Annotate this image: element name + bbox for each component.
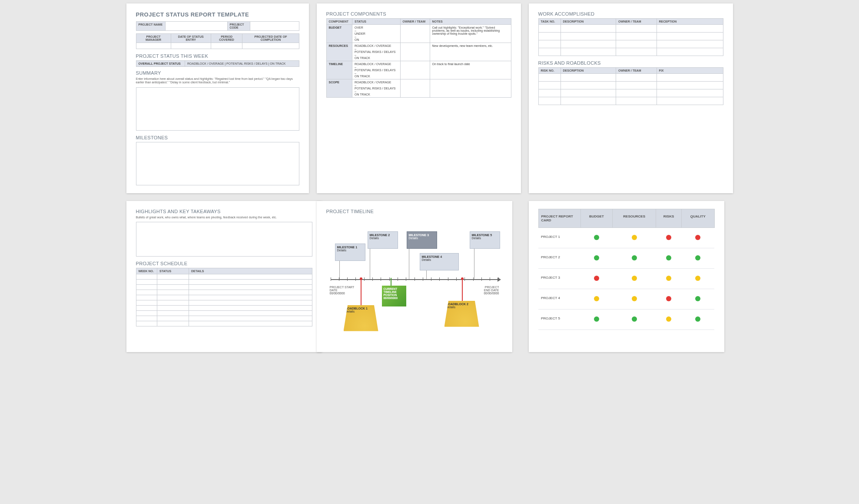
cell[interactable]: [538, 82, 561, 89]
cell[interactable]: [538, 33, 561, 40]
tick-icon: [347, 277, 348, 281]
cell[interactable]: [136, 285, 157, 290]
cell[interactable]: [561, 82, 616, 89]
cell[interactable]: [157, 311, 189, 316]
cell[interactable]: [136, 274, 157, 280]
status-cell: [681, 227, 714, 248]
cell[interactable]: [538, 89, 561, 97]
cell[interactable]: [538, 74, 561, 82]
status-dot-icon: [666, 276, 671, 281]
cell[interactable]: [561, 89, 616, 97]
cell[interactable]: [561, 25, 616, 33]
cell[interactable]: [657, 82, 723, 89]
info-row-table: PROJECT MANAGER DATE OF STATUS ENTRY PER…: [136, 33, 299, 49]
cell[interactable]: [189, 321, 312, 326]
timeline-heading: PROJECT TIMELINE: [326, 209, 503, 214]
cell[interactable]: [616, 89, 657, 97]
cell[interactable]: [538, 48, 561, 56]
cell[interactable]: [189, 306, 312, 311]
page-3: WORK ACCOMPLISHED TASK NO. DESCRIPTION O…: [529, 3, 733, 193]
component-owner[interactable]: [400, 79, 430, 98]
milestones-box[interactable]: [136, 142, 299, 185]
cell[interactable]: [561, 48, 616, 56]
date-entry-cell[interactable]: [171, 43, 211, 49]
summary-box[interactable]: [136, 87, 299, 131]
cell[interactable]: [136, 311, 157, 316]
date-entry-label: DATE OF STATUS ENTRY: [171, 34, 211, 43]
cell[interactable]: [189, 280, 312, 285]
tick-icon: [389, 277, 390, 281]
cell[interactable]: [136, 300, 157, 306]
cell[interactable]: [561, 33, 616, 40]
cell[interactable]: [189, 295, 312, 300]
rb1-detail: Details: [345, 310, 377, 313]
cell[interactable]: [561, 40, 616, 48]
cell[interactable]: [189, 274, 312, 280]
cell[interactable]: [657, 97, 723, 105]
cell[interactable]: [616, 97, 657, 105]
rb2-title: ROADBLOCK 2: [446, 303, 478, 306]
cell[interactable]: [657, 74, 723, 82]
cell[interactable]: [538, 25, 561, 33]
cell[interactable]: [136, 295, 157, 300]
cell[interactable]: [657, 33, 723, 40]
status-week-heading: PROJECT STATUS THIS WEEK: [136, 53, 299, 59]
cell[interactable]: [189, 316, 312, 321]
cell[interactable]: [657, 48, 723, 56]
cell[interactable]: [157, 280, 189, 285]
project-name-cell[interactable]: [166, 22, 228, 31]
cell[interactable]: [157, 274, 189, 280]
highlights-box[interactable]: [136, 222, 312, 257]
cell[interactable]: [157, 316, 189, 321]
cell[interactable]: [136, 321, 157, 326]
cell[interactable]: [189, 290, 312, 295]
cell[interactable]: [189, 300, 312, 306]
cell[interactable]: [189, 285, 312, 290]
status-cell: [656, 289, 682, 309]
cell[interactable]: [616, 25, 657, 33]
cell[interactable]: [136, 306, 157, 311]
component-owner[interactable]: [400, 25, 430, 43]
component-notes: [430, 79, 511, 98]
cell[interactable]: [157, 321, 189, 326]
cell[interactable]: [616, 40, 657, 48]
project-code-cell[interactable]: [250, 22, 299, 31]
cell[interactable]: [561, 74, 616, 82]
status-cell: [580, 248, 612, 268]
page-1: PROJECT STATUS REPORT TEMPLATE PROJECT N…: [126, 3, 309, 193]
cur-l3: POSITION: [384, 293, 405, 296]
tick-icon: [423, 277, 423, 281]
cell[interactable]: [616, 33, 657, 40]
cell[interactable]: [561, 97, 616, 105]
cell[interactable]: [616, 48, 657, 56]
cell[interactable]: [657, 25, 723, 33]
cell[interactable]: [657, 89, 723, 97]
tick-icon: [331, 277, 331, 281]
cur-l2: TIMELINE: [384, 290, 405, 293]
cell[interactable]: [616, 74, 657, 82]
cell[interactable]: [538, 40, 561, 48]
cell[interactable]: [616, 82, 657, 89]
table-row: [538, 97, 723, 105]
highlights-heading: HIGHLIGHTS AND KEY TAKEAWAYS: [136, 209, 312, 214]
cell[interactable]: [157, 290, 189, 295]
cell[interactable]: [157, 295, 189, 300]
cell[interactable]: [136, 280, 157, 285]
cell[interactable]: [657, 40, 723, 48]
cell[interactable]: [538, 97, 561, 105]
status-cell: [580, 289, 612, 309]
cell[interactable]: [136, 316, 157, 321]
cell[interactable]: [189, 311, 312, 316]
period-cell[interactable]: [211, 43, 242, 49]
component-owner[interactable]: [400, 61, 430, 79]
component-status: ROADBLOCK / OVERAGE – POTENTIAL RISKS / …: [352, 61, 401, 79]
cell[interactable]: [157, 306, 189, 311]
manager-cell[interactable]: [136, 43, 171, 49]
cell[interactable]: [157, 285, 189, 290]
cell[interactable]: [136, 290, 157, 295]
projected-date-cell[interactable]: [242, 43, 299, 49]
component-owner[interactable]: [400, 43, 430, 61]
rb1-line: [361, 280, 362, 306]
status-dot-icon: [695, 276, 700, 281]
cell[interactable]: [157, 300, 189, 306]
